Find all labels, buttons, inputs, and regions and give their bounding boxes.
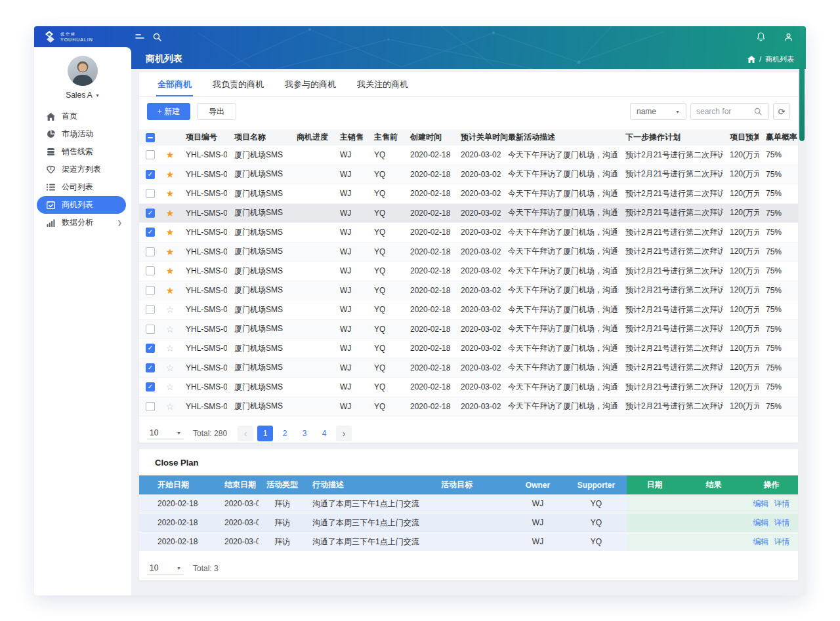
search-input[interactable]: [696, 107, 754, 116]
brand-name-en: YOUHUALIN: [60, 37, 93, 42]
star-icon[interactable]: ☆: [166, 382, 175, 391]
checkbox-cell: [139, 170, 161, 179]
table-row[interactable]: ☆YHL-SMS-001厦门机场SMSWJYQ2020-02-182020-03…: [139, 339, 798, 359]
row-checkbox[interactable]: [146, 286, 155, 295]
table-row[interactable]: ☆YHL-SMS-001厦门机场SMSWJYQ2020-02-182020-03…: [139, 320, 798, 340]
home-icon[interactable]: [747, 56, 755, 63]
edit-link[interactable]: 编辑: [753, 498, 769, 510]
user-icon[interactable]: [780, 30, 797, 43]
search-icon[interactable]: [754, 108, 762, 115]
table-row[interactable]: ★YHL-SMS-001厦门机场SMSWJYQ2020-02-182020-03…: [139, 146, 798, 165]
close-plan-page-size-select[interactable]: 10 ▼: [147, 562, 184, 574]
row-checkbox[interactable]: [146, 305, 155, 314]
page-size-select[interactable]: 10 ▼: [147, 427, 184, 439]
sidebar-item-市场活动[interactable]: 市场活动: [34, 125, 131, 143]
new-button[interactable]: + 新建: [147, 103, 190, 120]
brand-logo[interactable]: 优华林 YOUHUALIN: [43, 31, 131, 43]
column-header: 项目编号: [178, 132, 227, 143]
sidebar-item-数据分析[interactable]: 数据分析❯: [34, 214, 131, 231]
star-icon[interactable]: ★: [166, 189, 175, 198]
sidebar-item-销售线索[interactable]: 销售线索: [34, 143, 131, 161]
bell-icon[interactable]: [752, 30, 769, 43]
prev-page-button[interactable]: ‹: [238, 426, 253, 441]
table-row[interactable]: ★YHL-SMS-001厦门机场SMSWJYQ2020-02-182020-03…: [139, 165, 798, 185]
user-switcher[interactable]: Sales A ▼: [66, 90, 100, 100]
pagination: 10 ▼ Total: 280 ‹ 1234 ›: [139, 416, 798, 443]
star-icon[interactable]: ☆: [166, 344, 175, 353]
row-checkbox[interactable]: [146, 266, 155, 275]
table-row[interactable]: ☆YHL-SMS-001厦门机场SMSWJYQ2020-02-182020-03…: [139, 378, 798, 397]
collapse-menu-icon[interactable]: [131, 30, 148, 43]
detail-link[interactable]: 详情: [774, 517, 790, 529]
table-row[interactable]: ★YHL-SMS-001厦门机场SMSWJYQ2020-02-182020-03…: [139, 262, 798, 281]
sidebar-profile: Sales A ▼: [34, 47, 131, 100]
sidebar-item-商机列表[interactable]: 商机列表: [37, 196, 126, 214]
row-checkbox[interactable]: [146, 228, 155, 237]
pie-chart-icon: [46, 130, 55, 139]
table-row[interactable]: ★YHL-SMS-001厦门机场SMSWJYQ2020-02-182020-03…: [139, 223, 798, 243]
table-row[interactable]: ☆YHL-SMS-001厦门机场SMSWJYQ2020-02-182020-03…: [139, 300, 798, 320]
tab-我参与的商机[interactable]: 我参与的商机: [274, 72, 346, 96]
row-checkbox[interactable]: [146, 150, 155, 159]
select-all-checkbox[interactable]: [146, 133, 155, 142]
row-checkbox[interactable]: [146, 247, 155, 256]
star-icon[interactable]: ★: [166, 150, 175, 159]
tab-我负责的商机[interactable]: 我负责的商机: [202, 72, 274, 96]
row-checkbox[interactable]: [146, 170, 155, 179]
cp-cell-actions: 编辑详情: [745, 513, 798, 532]
row-checkbox[interactable]: [146, 344, 155, 353]
star-icon[interactable]: ☆: [166, 363, 175, 372]
avatar[interactable]: [68, 56, 98, 86]
cell-sales: WJ: [333, 189, 367, 198]
page-button-4[interactable]: 4: [316, 426, 332, 441]
cell-sales: WJ: [333, 150, 367, 159]
star-icon[interactable]: ★: [166, 209, 175, 218]
cp-cell-type: 拜访: [259, 513, 306, 532]
refresh-button[interactable]: ⟳: [773, 103, 790, 120]
star-icon[interactable]: ★: [166, 286, 175, 295]
tab-我关注的商机[interactable]: 我关注的商机: [346, 72, 419, 96]
edit-link[interactable]: 编辑: [753, 536, 769, 548]
search-icon[interactable]: [148, 30, 165, 43]
row-checkbox[interactable]: [146, 325, 155, 334]
page-title: 商机列表: [146, 53, 182, 65]
edit-link[interactable]: 编辑: [753, 517, 769, 529]
star-icon[interactable]: ★: [166, 266, 175, 275]
star-icon[interactable]: ☆: [166, 402, 175, 411]
export-button[interactable]: 导出: [197, 103, 236, 120]
star-icon[interactable]: ☆: [166, 325, 175, 334]
sidebar-item-公司列表[interactable]: 公司列表: [34, 178, 131, 196]
table-row[interactable]: ★YHL-SMS-001厦门机场SMSWJYQ2020-02-182020-03…: [139, 184, 798, 204]
tab-全部商机[interactable]: 全部商机: [147, 72, 202, 96]
page-button-1[interactable]: 1: [257, 426, 273, 441]
table-row[interactable]: ☆YHL-SMS-001厦门机场SMSWJYQ2020-02-182020-03…: [139, 397, 798, 417]
cell-budget: 120(万元): [723, 150, 759, 161]
cell-next_plan: 预计2月21号进行第二次拜访: [618, 343, 723, 354]
page-button-2[interactable]: 2: [277, 426, 293, 441]
table-row[interactable]: ★YHL-SMS-001厦门机场SMSWJYQ2020-02-182020-03…: [139, 281, 798, 301]
filter-field-select[interactable]: name ▼: [630, 103, 686, 120]
star-icon[interactable]: ★: [166, 170, 175, 179]
table-row[interactable]: ★YHL-SMS-001厦门机场SMSWJYQ2020-02-182020-03…: [139, 243, 798, 262]
star-icon[interactable]: ★: [166, 228, 175, 237]
detail-link[interactable]: 详情: [774, 536, 790, 548]
page-button-3[interactable]: 3: [297, 426, 312, 441]
cp-cell-actions: 编辑详情: [745, 532, 798, 551]
table-row[interactable]: ★YHL-SMS-001厦门机场SMSWJYQ2020-02-182020-03…: [139, 204, 798, 224]
row-checkbox[interactable]: [146, 363, 155, 372]
row-checkbox[interactable]: [146, 189, 155, 198]
row-checkbox[interactable]: [146, 382, 155, 391]
scrollbar-thumb[interactable]: [799, 26, 805, 141]
sidebar-item-渠道方列表[interactable]: 渠道方列表: [34, 161, 131, 178]
star-icon[interactable]: ★: [166, 247, 175, 256]
checkbox-cell: [139, 247, 161, 256]
cp-cell-action_desc: 沟通了本周三下午1点上门交流: [306, 532, 434, 551]
detail-link[interactable]: 详情: [774, 498, 790, 510]
row-checkbox[interactable]: [146, 402, 155, 411]
sidebar-item-首页[interactable]: 首页: [34, 108, 131, 125]
next-page-button[interactable]: ›: [336, 426, 352, 441]
row-checkbox[interactable]: [146, 209, 155, 218]
bar-chart-icon: [46, 218, 55, 228]
star-icon[interactable]: ☆: [166, 305, 175, 314]
table-row[interactable]: ☆YHL-SMS-001厦门机场SMSWJYQ2020-02-182020-03…: [139, 359, 798, 378]
